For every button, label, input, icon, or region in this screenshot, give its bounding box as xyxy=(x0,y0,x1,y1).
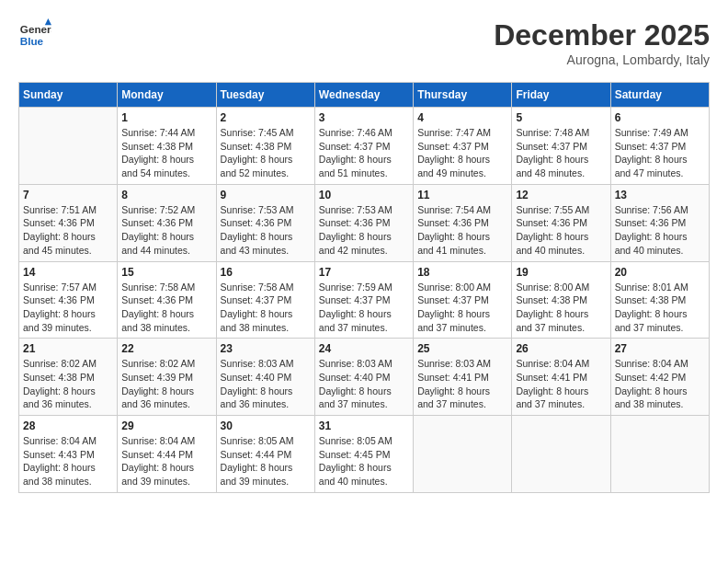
day-info: Sunrise: 8:02 AMSunset: 4:39 PMDaylight:… xyxy=(121,357,211,411)
day-number: 4 xyxy=(417,111,507,124)
day-number: 17 xyxy=(319,266,409,279)
day-info: Sunrise: 7:53 AMSunset: 4:36 PMDaylight:… xyxy=(319,203,409,258)
day-info: Sunrise: 8:01 AMSunset: 4:38 PMDaylight:… xyxy=(615,281,705,335)
calendar-cell: 18 Sunrise: 8:00 AMSunset: 4:37 PMDaylig… xyxy=(414,261,512,339)
day-info: Sunrise: 7:54 AMSunset: 4:36 PMDaylight:… xyxy=(417,203,507,258)
day-info: Sunrise: 8:03 AMSunset: 4:40 PMDaylight:… xyxy=(221,357,311,411)
day-number: 8 xyxy=(121,189,211,201)
day-info: Sunrise: 7:52 AMSunset: 4:36 PMDaylight:… xyxy=(121,203,211,258)
calendar-cell: 28 Sunrise: 8:04 AMSunset: 4:43 PMDaylig… xyxy=(19,416,118,493)
header-day-friday: Friday xyxy=(512,83,610,108)
day-info: Sunrise: 8:00 AMSunset: 4:38 PMDaylight:… xyxy=(516,281,606,335)
logo: General Blue xyxy=(18,18,51,52)
day-info: Sunrise: 7:57 AMSunset: 4:36 PMDaylight:… xyxy=(23,281,113,335)
month-title: December 2025 xyxy=(494,18,710,52)
day-info: Sunrise: 7:44 AMSunset: 4:38 PMDaylight:… xyxy=(121,126,211,180)
day-number: 28 xyxy=(23,419,113,432)
day-number: 22 xyxy=(121,342,211,355)
day-number: 5 xyxy=(516,111,606,124)
calendar-cell xyxy=(610,416,709,493)
day-info: Sunrise: 8:03 AMSunset: 4:41 PMDaylight:… xyxy=(417,357,507,411)
calendar-cell: 6 Sunrise: 7:49 AMSunset: 4:37 PMDayligh… xyxy=(610,108,709,185)
day-number: 30 xyxy=(221,419,311,432)
calendar-cell: 20 Sunrise: 8:01 AMSunset: 4:38 PMDaylig… xyxy=(610,261,709,339)
svg-text:Blue: Blue xyxy=(20,35,44,47)
day-info: Sunrise: 7:58 AMSunset: 4:36 PMDaylight:… xyxy=(121,281,211,335)
calendar-cell: 9 Sunrise: 7:53 AMSunset: 4:36 PMDayligh… xyxy=(216,184,314,261)
calendar-cell: 2 Sunrise: 7:45 AMSunset: 4:38 PMDayligh… xyxy=(216,108,314,185)
day-number: 10 xyxy=(319,189,409,201)
day-info: Sunrise: 8:04 AMSunset: 4:43 PMDaylight:… xyxy=(23,434,113,488)
calendar-cell: 3 Sunrise: 7:46 AMSunset: 4:37 PMDayligh… xyxy=(314,108,413,185)
calendar-cell: 17 Sunrise: 7:59 AMSunset: 4:37 PMDaylig… xyxy=(314,261,413,339)
day-info: Sunrise: 7:45 AMSunset: 4:38 PMDaylight:… xyxy=(221,126,311,180)
header-day-saturday: Saturday xyxy=(610,83,709,108)
day-number: 2 xyxy=(221,111,311,124)
day-number: 3 xyxy=(319,111,409,124)
calendar-cell: 7 Sunrise: 7:51 AMSunset: 4:36 PMDayligh… xyxy=(19,184,118,261)
day-number: 31 xyxy=(319,419,409,432)
day-number: 26 xyxy=(516,342,606,355)
calendar-cell: 16 Sunrise: 7:58 AMSunset: 4:37 PMDaylig… xyxy=(216,261,314,339)
day-number: 1 xyxy=(121,111,211,124)
day-info: Sunrise: 7:46 AMSunset: 4:37 PMDaylight:… xyxy=(319,126,409,180)
calendar-cell: 12 Sunrise: 7:55 AMSunset: 4:36 PMDaylig… xyxy=(512,184,610,261)
calendar-cell: 19 Sunrise: 8:00 AMSunset: 4:38 PMDaylig… xyxy=(512,261,610,339)
day-info: Sunrise: 7:59 AMSunset: 4:37 PMDaylight:… xyxy=(319,281,409,335)
day-info: Sunrise: 7:58 AMSunset: 4:37 PMDaylight:… xyxy=(221,281,311,335)
calendar-cell: 21 Sunrise: 8:02 AMSunset: 4:38 PMDaylig… xyxy=(19,339,118,416)
calendar-table: SundayMondayTuesdayWednesdayThursdayFrid… xyxy=(18,82,710,493)
calendar-cell xyxy=(19,108,118,185)
header-day-thursday: Thursday xyxy=(414,83,512,108)
header-day-sunday: Sunday xyxy=(19,83,118,108)
day-number: 11 xyxy=(417,189,507,201)
day-info: Sunrise: 8:04 AMSunset: 4:41 PMDaylight:… xyxy=(516,357,606,411)
calendar-cell: 8 Sunrise: 7:52 AMSunset: 4:36 PMDayligh… xyxy=(118,184,216,261)
day-info: Sunrise: 7:53 AMSunset: 4:36 PMDaylight:… xyxy=(221,203,311,258)
day-number: 14 xyxy=(23,266,113,279)
calendar-cell: 13 Sunrise: 7:56 AMSunset: 4:36 PMDaylig… xyxy=(610,184,709,261)
day-info: Sunrise: 7:48 AMSunset: 4:37 PMDaylight:… xyxy=(516,126,606,180)
header-row: SundayMondayTuesdayWednesdayThursdayFrid… xyxy=(19,83,710,108)
header-day-monday: Monday xyxy=(118,83,216,108)
calendar-week-1: 1 Sunrise: 7:44 AMSunset: 4:38 PMDayligh… xyxy=(19,108,710,185)
day-number: 12 xyxy=(516,189,606,201)
calendar-cell: 30 Sunrise: 8:05 AMSunset: 4:44 PMDaylig… xyxy=(216,416,314,493)
calendar-cell: 1 Sunrise: 7:44 AMSunset: 4:38 PMDayligh… xyxy=(118,108,216,185)
calendar-week-2: 7 Sunrise: 7:51 AMSunset: 4:36 PMDayligh… xyxy=(19,184,710,261)
calendar-cell: 22 Sunrise: 8:02 AMSunset: 4:39 PMDaylig… xyxy=(118,339,216,416)
day-number: 6 xyxy=(615,111,705,124)
day-info: Sunrise: 8:04 AMSunset: 4:42 PMDaylight:… xyxy=(615,357,705,411)
calendar-week-5: 28 Sunrise: 8:04 AMSunset: 4:43 PMDaylig… xyxy=(19,416,710,493)
calendar-cell: 29 Sunrise: 8:04 AMSunset: 4:44 PMDaylig… xyxy=(118,416,216,493)
calendar-cell: 15 Sunrise: 7:58 AMSunset: 4:36 PMDaylig… xyxy=(118,261,216,339)
day-number: 25 xyxy=(417,342,507,355)
calendar-cell: 31 Sunrise: 8:05 AMSunset: 4:45 PMDaylig… xyxy=(314,416,413,493)
header-day-tuesday: Tuesday xyxy=(216,83,314,108)
day-info: Sunrise: 7:56 AMSunset: 4:36 PMDaylight:… xyxy=(615,203,705,258)
calendar-cell: 24 Sunrise: 8:03 AMSunset: 4:40 PMDaylig… xyxy=(314,339,413,416)
day-info: Sunrise: 8:04 AMSunset: 4:44 PMDaylight:… xyxy=(121,434,211,488)
day-info: Sunrise: 7:47 AMSunset: 4:37 PMDaylight:… xyxy=(417,126,507,180)
subtitle: Aurogna, Lombardy, Italy xyxy=(494,52,710,67)
calendar-week-3: 14 Sunrise: 7:57 AMSunset: 4:36 PMDaylig… xyxy=(19,261,710,339)
calendar-cell: 4 Sunrise: 7:47 AMSunset: 4:37 PMDayligh… xyxy=(414,108,512,185)
calendar-cell: 10 Sunrise: 7:53 AMSunset: 4:36 PMDaylig… xyxy=(314,184,413,261)
day-number: 13 xyxy=(615,189,705,201)
day-info: Sunrise: 8:05 AMSunset: 4:44 PMDaylight:… xyxy=(221,434,311,488)
day-number: 29 xyxy=(121,419,211,432)
day-number: 18 xyxy=(417,266,507,279)
calendar-cell: 14 Sunrise: 7:57 AMSunset: 4:36 PMDaylig… xyxy=(19,261,118,339)
calendar-cell: 23 Sunrise: 8:03 AMSunset: 4:40 PMDaylig… xyxy=(216,339,314,416)
header: General Blue December 2025 Aurogna, Lomb… xyxy=(18,18,710,67)
calendar-cell xyxy=(414,416,512,493)
calendar-cell: 26 Sunrise: 8:04 AMSunset: 4:41 PMDaylig… xyxy=(512,339,610,416)
calendar-cell: 27 Sunrise: 8:04 AMSunset: 4:42 PMDaylig… xyxy=(610,339,709,416)
day-number: 27 xyxy=(615,342,705,355)
title-area: December 2025 Aurogna, Lombardy, Italy xyxy=(494,18,710,67)
day-number: 9 xyxy=(221,189,311,201)
calendar-cell: 25 Sunrise: 8:03 AMSunset: 4:41 PMDaylig… xyxy=(414,339,512,416)
day-info: Sunrise: 8:00 AMSunset: 4:37 PMDaylight:… xyxy=(417,281,507,335)
calendar-week-4: 21 Sunrise: 8:02 AMSunset: 4:38 PMDaylig… xyxy=(19,339,710,416)
day-number: 7 xyxy=(23,189,113,201)
